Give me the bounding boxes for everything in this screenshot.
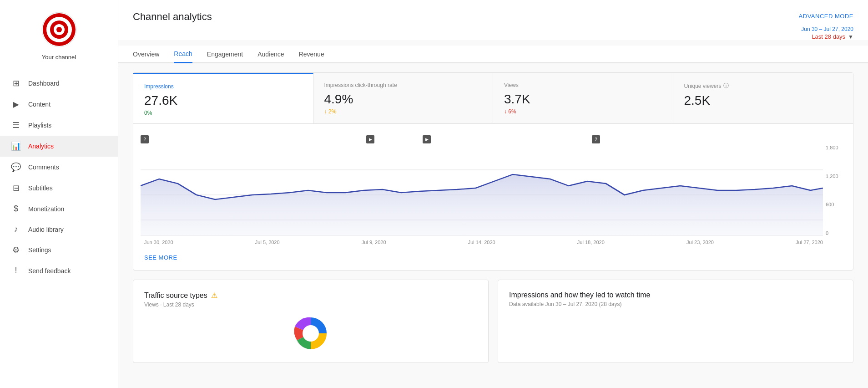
impressions-chart [141, 145, 823, 236]
impressions-watch-title: Impressions and how they led to watch ti… [509, 291, 842, 299]
subtitles-icon: ⊟ [11, 183, 21, 193]
warning-icon: ⚠ [211, 291, 217, 300]
sidebar-item-dashboard[interactable]: ⊞Dashboard [0, 73, 118, 94]
traffic-source-title: Traffic source types ⚠ [144, 291, 477, 300]
traffic-pie-chart [293, 315, 329, 352]
x-label-jul18: Jul 18, 2020 [577, 240, 605, 245]
svg-point-5 [56, 27, 62, 32]
dropdown-icon: ▼ [848, 34, 853, 40]
sidebar-item-label-analytics: Analytics [28, 143, 54, 150]
audio-library-icon: ♪ [11, 225, 21, 234]
sidebar: Your channel ⊞Dashboard▶Content☰Playlist… [0, 0, 118, 388]
chart-area: 2 ▶ ▶ 2 [133, 124, 853, 249]
sidebar-item-label-content: Content [28, 101, 50, 108]
x-label-jul9: Jul 9, 2020 [362, 240, 386, 245]
date-range-text: Jun 30 – Jul 27, 2020 [801, 26, 853, 32]
tab-engagement[interactable]: Engagement [207, 46, 243, 63]
metrics-card: Impressions27.6K0%Impressions click-thro… [133, 72, 853, 271]
metric-value-views: 3.7K [504, 92, 662, 107]
sidebar-item-subtitles[interactable]: ⊟Subtitles [0, 178, 118, 199]
date-range: Jun 30 – Jul 27, 2020 Last 28 days ▼ [801, 26, 853, 40]
x-label-jul14: Jul 14, 2020 [468, 240, 495, 245]
metric-value-impressions-ctr: 4.9% [324, 92, 482, 107]
impressions-watch-subtitle: Data available Jun 30 – Jul 27, 2020 (28… [509, 301, 842, 307]
metric-change-views: ↓ 6% [504, 108, 662, 115]
traffic-source-subtitle: Views · Last 28 days [144, 301, 477, 308]
sidebar-divider [0, 69, 118, 69]
tabs-container: OverviewReachEngagementAudienceRevenue [118, 46, 868, 63]
metric-cell-impressions[interactable]: Impressions27.6K0% [133, 73, 313, 123]
sidebar-item-monetization[interactable]: $Monetization [0, 199, 118, 219]
sidebar-item-label-monetization: Monetization [28, 205, 64, 213]
metric-cell-impressions-ctr[interactable]: Impressions click-through rate4.9%↓ 2% [313, 73, 494, 123]
sidebar-item-label-playlists: Playlists [28, 122, 51, 129]
channel-name: Your channel [42, 54, 76, 61]
see-more-button[interactable]: SEE MORE [133, 249, 853, 270]
metric-name-views: Views [504, 82, 662, 88]
sidebar-item-label-comments: Comments [28, 163, 59, 171]
playlists-icon: ☰ [11, 120, 21, 130]
metrics-row: Impressions27.6K0%Impressions click-thro… [133, 73, 853, 124]
x-labels: Jun 30, 2020 Jul 5, 2020 Jul 9, 2020 Jul… [141, 240, 846, 245]
sidebar-item-label-subtitles: Subtitles [28, 184, 53, 192]
dashboard-icon: ⊞ [11, 78, 21, 88]
y-label-600: 600 [826, 202, 844, 207]
tab-overview[interactable]: Overview [133, 46, 159, 63]
sidebar-item-comments[interactable]: 💬Comments [0, 157, 118, 178]
main-content: Channel analytics ADVANCED MODE Jun 30 –… [118, 0, 868, 388]
sidebar-nav: ⊞Dashboard▶Content☰Playlists📊Analytics💬C… [0, 73, 118, 388]
send-feedback-icon: ! [11, 266, 21, 276]
metric-cell-views[interactable]: Views3.7K↓ 6% [493, 73, 673, 123]
tab-audience[interactable]: Audience [257, 46, 284, 63]
metric-change-impressions-ctr: ↓ 2% [324, 108, 482, 115]
sidebar-item-label-send-feedback: Send feedback [28, 267, 71, 275]
tab-reach[interactable]: Reach [174, 46, 192, 63]
play-marker-1[interactable]: ▶ [366, 135, 374, 143]
impressions-watch-card: Impressions and how they led to watch ti… [498, 280, 853, 363]
date-label[interactable]: Last 28 days ▼ [812, 33, 853, 40]
video-markers: 2 ▶ ▶ 2 [141, 135, 846, 144]
metric-value-impressions: 27.6K [144, 93, 302, 108]
marker-2-left[interactable]: 2 [141, 135, 149, 143]
tab-revenue[interactable]: Revenue [299, 46, 324, 63]
x-label-jul23: Jul 23, 2020 [686, 240, 714, 245]
page-title: Channel analytics [133, 11, 212, 23]
settings-icon: ⚙ [11, 245, 21, 255]
comments-icon: 💬 [11, 162, 21, 172]
logo-icon [41, 11, 77, 48]
bottom-cards: Traffic source types ⚠ Views · Last 28 d… [133, 280, 853, 363]
info-icon: ⓘ [723, 82, 729, 90]
y-label-1800: 1,800 [826, 145, 844, 150]
metric-value-unique-viewers: 2.5K [684, 93, 843, 108]
channel-logo [39, 9, 80, 50]
sidebar-item-send-feedback[interactable]: !Send feedback [0, 260, 118, 281]
y-label-1200: 1,200 [826, 174, 844, 179]
metric-change-impressions: 0% [144, 110, 302, 116]
sidebar-item-label-audio-library: Audio library [28, 226, 64, 233]
play-marker-2[interactable]: ▶ [423, 135, 431, 143]
main-header: Channel analytics ADVANCED MODE Jun 30 –… [118, 0, 868, 40]
sidebar-item-label-dashboard: Dashboard [28, 80, 60, 87]
svg-point-12 [303, 325, 319, 342]
metric-name-impressions-ctr: Impressions click-through rate [324, 82, 482, 88]
x-label-jul5: Jul 5, 2020 [255, 240, 280, 245]
metric-name-impressions: Impressions [144, 83, 302, 90]
x-label-jul27: Jul 27, 2020 [796, 240, 823, 245]
sidebar-item-playlists[interactable]: ☰Playlists [0, 115, 118, 136]
metric-cell-unique-viewers[interactable]: Unique viewersⓘ2.5K [673, 73, 853, 123]
metric-name-unique-viewers: Unique viewersⓘ [684, 82, 843, 90]
sidebar-item-analytics[interactable]: 📊Analytics [0, 136, 118, 157]
sidebar-item-content[interactable]: ▶Content [0, 94, 118, 115]
sidebar-item-audio-library[interactable]: ♪Audio library [0, 219, 118, 240]
x-label-jun30: Jun 30, 2020 [144, 240, 173, 245]
sidebar-item-settings[interactable]: ⚙Settings [0, 240, 118, 260]
analytics-icon: 📊 [11, 141, 21, 151]
content-icon: ▶ [11, 99, 21, 109]
y-label-0: 0 [826, 230, 844, 236]
monetization-icon: $ [11, 204, 21, 214]
advanced-mode-button[interactable]: ADVANCED MODE [799, 11, 853, 20]
analytics-content: Impressions27.6K0%Impressions click-thro… [118, 63, 868, 388]
traffic-source-card: Traffic source types ⚠ Views · Last 28 d… [133, 280, 489, 363]
marker-2-right[interactable]: 2 [592, 135, 600, 143]
sidebar-item-label-settings: Settings [28, 246, 51, 254]
